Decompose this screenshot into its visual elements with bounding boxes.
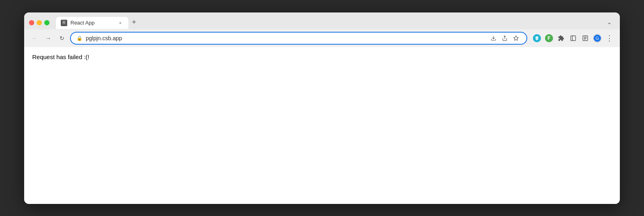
tab-bar: R React App × + — [56, 17, 601, 29]
perplexity-extension-button[interactable] — [531, 33, 543, 44]
svg-rect-3 — [571, 36, 576, 41]
download-page-button[interactable] — [489, 33, 498, 43]
tab-favicon: R — [61, 20, 67, 26]
bookmark-button[interactable] — [511, 33, 521, 43]
traffic-lights — [29, 20, 50, 25]
title-bar: R React App × + ⌄ — [24, 12, 620, 29]
tab-title: React App — [70, 20, 114, 26]
error-message: Request has failed :(! — [32, 53, 612, 60]
tab-close-button[interactable]: × — [117, 20, 124, 26]
maximize-window-button[interactable] — [44, 20, 50, 25]
active-tab[interactable]: R React App × — [56, 17, 128, 29]
sidebar-split-button[interactable] — [568, 33, 579, 44]
window-collapse-button[interactable]: ⌄ — [604, 16, 615, 28]
minimize-window-button[interactable] — [37, 20, 42, 25]
toolbar-icons: F G — [531, 33, 615, 44]
address-bar[interactable]: 🔒 pglpjn.csb.app — [70, 32, 527, 45]
forward-button[interactable]: → — [43, 33, 54, 44]
reload-button[interactable]: ↻ — [56, 33, 68, 44]
close-window-button[interactable] — [29, 20, 34, 25]
green-extension-button[interactable]: F — [543, 33, 555, 44]
back-button[interactable]: ← — [29, 33, 40, 44]
extensions-button[interactable] — [555, 33, 567, 44]
window-controls-right: ⌄ — [604, 16, 615, 29]
share-button[interactable] — [500, 33, 510, 43]
url-display[interactable]: pglpjn.csb.app — [86, 35, 485, 41]
profile-avatar: G — [593, 34, 602, 43]
svg-marker-2 — [514, 36, 518, 40]
green-extension-icon: F — [545, 34, 553, 42]
reading-mode-button[interactable] — [580, 33, 591, 44]
more-menu-button[interactable]: ⋮ — [604, 33, 615, 44]
perplexity-icon — [533, 34, 541, 42]
profile-button[interactable]: G — [592, 33, 603, 44]
address-bar-icons — [489, 33, 521, 43]
browser-window: R React App × + ⌄ ← → ↻ 🔒 pglpjn.csb.app — [24, 12, 620, 204]
new-tab-button[interactable]: + — [128, 17, 140, 28]
lock-icon: 🔒 — [76, 35, 83, 41]
page-content: Request has failed :(! — [24, 47, 620, 204]
nav-bar: ← → ↻ 🔒 pglpjn.csb.app — [24, 29, 620, 47]
